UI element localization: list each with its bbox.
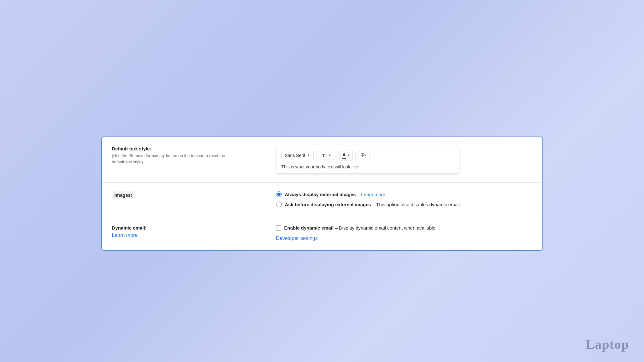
clear-format-x-icon: ✕ bbox=[363, 153, 367, 158]
ask-before-display-radio[interactable] bbox=[276, 201, 282, 207]
ask-before-display-option[interactable]: Ask before displaying external images – … bbox=[276, 201, 532, 207]
dynamic-email-checkbox-group: Enable dynamic email – Display dynamic e… bbox=[276, 225, 532, 241]
watermark: Laptop bbox=[586, 337, 629, 352]
ask-before-display-label: Ask before displaying external images – … bbox=[285, 202, 461, 207]
text-style-toolbar: Sans Serif ▼ T ↕ ▼ A ▼ bbox=[276, 146, 459, 173]
font-size-dropdown-arrow-icon: ▼ bbox=[328, 154, 331, 157]
default-text-style-row: Default text style: (Use the 'Remove for… bbox=[102, 137, 542, 183]
font-size-arrow-icon: ↕ bbox=[326, 154, 327, 157]
dynamic-email-label-container: Dynamic email: Learn more bbox=[112, 225, 276, 238]
always-display-radio[interactable] bbox=[276, 191, 282, 197]
font-color-dropdown-arrow-icon: ▼ bbox=[347, 154, 350, 157]
toolbar-divider-2 bbox=[337, 152, 337, 159]
images-label-container: Images: bbox=[112, 191, 276, 199]
dynamic-email-title: Dynamic email: bbox=[112, 225, 276, 231]
ask-before-display-label-bold: Ask before displaying external images bbox=[285, 202, 371, 207]
developer-settings-container: Developer settings bbox=[276, 236, 532, 241]
images-radio-group: Always display external images – Learn m… bbox=[276, 191, 532, 207]
enable-dynamic-email-label-suffix: – Display dynamic email content when ava… bbox=[334, 225, 437, 231]
toolbar-divider-1 bbox=[316, 152, 316, 159]
dynamic-email-content: Enable dynamic email – Display dynamic e… bbox=[276, 225, 532, 241]
ask-before-display-label-suffix: – This option also disables dynamic emai… bbox=[371, 202, 461, 207]
default-text-style-content: Sans Serif ▼ T ↕ ▼ A ▼ bbox=[276, 146, 532, 173]
font-selector-button[interactable]: Sans Serif ▼ bbox=[281, 151, 314, 160]
font-color-button[interactable]: A ▼ bbox=[340, 150, 353, 161]
toolbar-divider-3 bbox=[355, 152, 356, 159]
always-display-label: Always display external images – Learn m… bbox=[285, 192, 386, 197]
always-display-label-suffix: – bbox=[356, 192, 361, 197]
default-text-style-desc-line2: default text style) bbox=[112, 159, 276, 165]
dynamic-email-row: Dynamic email: Learn more Enable dynamic… bbox=[102, 216, 542, 250]
settings-card: Default text style: (Use the 'Remove for… bbox=[101, 137, 543, 251]
developer-settings-link[interactable]: Developer settings bbox=[276, 236, 318, 241]
body-text-preview: This is what your body text will look li… bbox=[281, 164, 454, 169]
font-color-icon: A bbox=[342, 152, 346, 159]
images-content: Always display external images – Learn m… bbox=[276, 191, 532, 207]
always-display-option[interactable]: Always display external images – Learn m… bbox=[276, 191, 532, 197]
enable-dynamic-email-label-bold: Enable dynamic email bbox=[284, 225, 334, 231]
font-size-icon: T bbox=[322, 153, 325, 158]
dynamic-email-learn-more-link[interactable]: Learn more bbox=[112, 232, 138, 238]
enable-dynamic-email-label: Enable dynamic email – Display dynamic e… bbox=[284, 225, 437, 231]
font-size-button[interactable]: T ↕ ▼ bbox=[319, 151, 334, 160]
images-label-title: Images: bbox=[112, 191, 135, 199]
default-text-style-label: Default text style: (Use the 'Remove for… bbox=[112, 146, 276, 165]
toolbar-controls: Sans Serif ▼ T ↕ ▼ A ▼ bbox=[281, 150, 454, 161]
always-display-label-bold: Always display external images bbox=[285, 192, 356, 197]
enable-dynamic-email-checkbox[interactable] bbox=[276, 225, 281, 231]
default-text-style-title: Default text style: bbox=[112, 146, 276, 151]
enable-dynamic-email-option[interactable]: Enable dynamic email – Display dynamic e… bbox=[276, 225, 532, 231]
font-name-label: Sans Serif bbox=[285, 153, 305, 158]
font-dropdown-arrow-icon: ▼ bbox=[307, 154, 310, 157]
images-row: Images: Always display external images –… bbox=[102, 183, 542, 216]
default-text-style-desc-line1: (Use the 'Remove formatting' button on t… bbox=[112, 153, 276, 159]
images-learn-more-link[interactable]: Learn more bbox=[361, 192, 385, 197]
clear-format-button[interactable]: T ✕ bbox=[358, 151, 369, 160]
